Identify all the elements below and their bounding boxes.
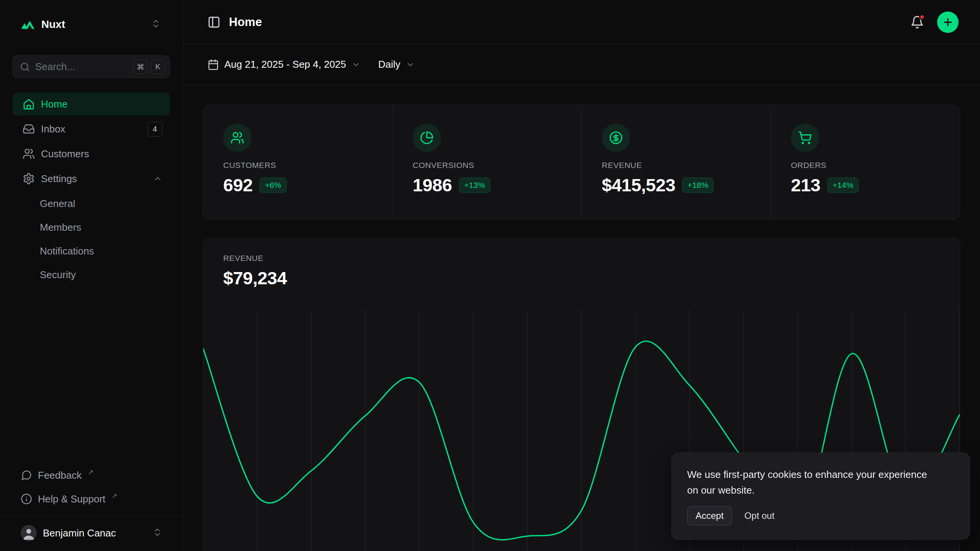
- search-input[interactable]: Search... ⌘ K: [13, 55, 170, 78]
- sidebar-item-notifications[interactable]: Notifications: [13, 240, 170, 262]
- panel-left-icon[interactable]: [207, 16, 220, 29]
- stat-conversions: CONVERSIONS 1986 +13%: [392, 105, 581, 219]
- sidebar-item-label: Settings: [41, 173, 147, 185]
- add-button[interactable]: [937, 11, 959, 33]
- plus-icon: [942, 16, 954, 28]
- home-icon: [23, 98, 35, 110]
- sidebar: Nuxt Search... ⌘ K Home: [0, 0, 183, 551]
- stats-panel: CUSTOMERS 692 +6% CONVERSIONS 1986 +13%: [203, 105, 960, 220]
- message-bubble-icon: [21, 469, 32, 481]
- chevrons-up-down-icon: [151, 19, 161, 30]
- kbd-k: K: [151, 60, 165, 74]
- stat-label: REVENUE: [602, 161, 751, 170]
- header-left: Home: [207, 15, 262, 29]
- help-support-label: Help & Support: [38, 493, 105, 505]
- chevrons-up-down-icon: [152, 527, 162, 539]
- sidebar-item-customers[interactable]: Customers: [13, 142, 170, 165]
- avatar: [21, 525, 37, 541]
- sidebar-item-general[interactable]: General: [13, 192, 170, 215]
- header-right: [910, 11, 959, 33]
- user-menu[interactable]: Benjamin Canac: [0, 516, 183, 543]
- users-icon: [223, 124, 252, 152]
- sidebar-item-label: Home: [41, 98, 162, 110]
- dollar-circle-icon: [602, 124, 630, 152]
- stat-value: 1986: [413, 174, 452, 196]
- notifications-button[interactable]: [910, 15, 924, 29]
- cart-icon: [791, 124, 819, 152]
- granularity-value: Daily: [378, 59, 400, 70]
- granularity-select[interactable]: Daily: [378, 59, 415, 70]
- date-range-value: Aug 21, 2025 - Sep 4, 2025: [224, 59, 346, 70]
- chevron-up-icon: [153, 174, 162, 183]
- user-name: Benjamin Canac: [43, 527, 116, 539]
- workspace-switcher[interactable]: Nuxt: [13, 12, 170, 37]
- chevron-down-icon: [351, 60, 361, 69]
- nuxt-logo-icon: [21, 20, 35, 30]
- inbox-icon: [23, 123, 35, 135]
- stat-customers: CUSTOMERS 692 +6%: [203, 105, 392, 219]
- info-circle-icon: [21, 493, 32, 505]
- sidebar-item-home[interactable]: Home: [13, 93, 170, 116]
- pie-chart-icon: [413, 124, 441, 152]
- cookie-accept-button[interactable]: Accept: [687, 506, 732, 525]
- stat-delta-badge: +18%: [682, 178, 714, 193]
- filters-toolbar: Aug 21, 2025 - Sep 4, 2025 Daily: [183, 44, 980, 85]
- search-icon: [20, 62, 30, 72]
- sidebar-item-label: Customers: [41, 148, 162, 160]
- stat-orders: ORDERS 213 +14%: [771, 105, 960, 219]
- cookie-banner: We use first-party cookies to enhance yo…: [671, 453, 970, 540]
- revenue-card-value: $79,234: [223, 267, 940, 289]
- stat-delta-badge: +13%: [459, 178, 490, 193]
- page-header: Home: [183, 0, 980, 44]
- feedback-link[interactable]: Feedback ↗: [13, 465, 170, 486]
- cookie-actions: Accept Opt out: [687, 506, 954, 525]
- sidebar-item-security[interactable]: Security: [13, 263, 170, 286]
- date-range-picker[interactable]: Aug 21, 2025 - Sep 4, 2025: [207, 59, 361, 70]
- sidebar-footer: Feedback ↗ Help & Support ↗: [13, 465, 170, 509]
- external-link-icon: ↗: [111, 492, 117, 500]
- stat-value: 213: [791, 174, 820, 196]
- stat-value: 692: [223, 174, 253, 196]
- stat-revenue: REVENUE $415,523 +18%: [581, 105, 771, 219]
- page-title: Home: [229, 15, 262, 29]
- stat-delta-badge: +14%: [827, 178, 859, 193]
- calendar-icon: [207, 59, 219, 70]
- workspace-name: Nuxt: [41, 18, 65, 31]
- external-link-icon: ↗: [88, 468, 93, 476]
- sidebar-item-label: Inbox: [41, 123, 141, 135]
- stat-label: CUSTOMERS: [223, 161, 372, 170]
- stat-label: CONVERSIONS: [413, 161, 562, 170]
- feedback-label: Feedback: [38, 469, 82, 481]
- revenue-card-header: REVENUE $79,234: [203, 238, 960, 289]
- stat-label: ORDERS: [791, 161, 940, 170]
- chevron-down-icon: [406, 60, 415, 69]
- notification-dot: [919, 14, 925, 20]
- cookie-message: We use first-party cookies to enhance yo…: [687, 467, 932, 498]
- search-placeholder: Search...: [35, 61, 128, 73]
- sidebar-item-inbox[interactable]: Inbox 4: [13, 117, 170, 140]
- cookie-optout-button[interactable]: Opt out: [737, 506, 781, 525]
- sidebar-item-settings[interactable]: Settings: [13, 167, 170, 190]
- settings-subnav: General Members Notifications Security: [13, 192, 170, 286]
- stat-delta-badge: +6%: [260, 178, 287, 193]
- gear-icon: [23, 173, 35, 185]
- sidebar-item-members[interactable]: Members: [13, 216, 170, 239]
- revenue-card-label: REVENUE: [223, 254, 940, 263]
- help-support-link[interactable]: Help & Support ↗: [13, 489, 170, 509]
- sidebar-nav: Home Inbox 4 Customers Settings: [13, 93, 170, 286]
- stat-value: $415,523: [602, 174, 675, 196]
- kbd-command: ⌘: [133, 60, 148, 74]
- users-icon: [23, 148, 35, 160]
- inbox-count-badge: 4: [147, 122, 162, 137]
